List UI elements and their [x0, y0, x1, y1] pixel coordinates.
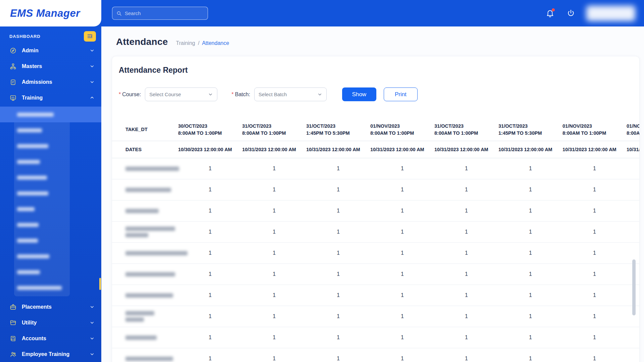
- training-submenu-item[interactable]: [14, 280, 70, 296]
- sidebar-collapse-button[interactable]: [84, 31, 96, 42]
- attendance-value: 1: [178, 166, 242, 172]
- attendance-value: 1: [434, 208, 498, 214]
- attendance-value: 1: [434, 271, 498, 277]
- training-submenu-item[interactable]: [14, 201, 70, 217]
- redacted-text: [125, 233, 148, 237]
- sidebar-item-employee-training[interactable]: Employee Training: [0, 346, 101, 362]
- sidebar-item-label: Masters: [22, 63, 42, 69]
- table-scrollbar[interactable]: [632, 259, 636, 315]
- attendance-value: 1: [370, 208, 434, 214]
- redacted-label: [17, 254, 49, 258]
- session-date-cell: 10/31/2023 12:00:00 AM: [562, 147, 627, 152]
- table-body: 1111111111111111111111111111111111111111…: [112, 158, 639, 362]
- print-button[interactable]: Print: [384, 87, 418, 101]
- attendance-row: 1111111: [112, 306, 639, 327]
- redacted-label: [17, 286, 62, 290]
- sidebar-item-masters[interactable]: Masters: [0, 58, 101, 74]
- notifications-button[interactable]: [545, 8, 555, 19]
- attendance-value: 1: [242, 166, 306, 172]
- training-submenu-item[interactable]: [14, 248, 70, 264]
- course-select[interactable]: Select Course: [145, 87, 217, 101]
- attendance-value: 1: [178, 250, 242, 256]
- attendance-value: 1: [306, 335, 370, 341]
- sidebar-item-label: Placements: [22, 304, 52, 310]
- briefcase-icon: [9, 303, 17, 311]
- attendance-value: 1: [242, 208, 306, 214]
- session-column-header: 31/OCT/20238:00AM TO 1:00PM: [242, 123, 306, 137]
- report-title: Attendance Report: [112, 66, 639, 75]
- search-box[interactable]: [112, 7, 208, 20]
- attendance-value: 1: [242, 292, 306, 298]
- attendance-value: 1: [370, 292, 434, 298]
- session-date-cell: 10/31/2023 12:00:00 AM: [370, 147, 434, 152]
- session-date-cell: 10/30/2023 12:00:00 AM: [178, 147, 242, 152]
- sidebar-scroll-indicator[interactable]: [99, 278, 101, 290]
- sidebar-header: DASHBOARD: [0, 26, 101, 43]
- attendance-value: 1: [498, 250, 562, 256]
- course-select-value: Select Course: [149, 92, 181, 97]
- attendance-value: 1: [562, 313, 627, 319]
- sidebar-item-admin[interactable]: Admin: [0, 43, 101, 58]
- attendance-value: 1: [178, 229, 242, 235]
- sidebar-item-placements[interactable]: Placements: [0, 299, 101, 315]
- logout-button[interactable]: [566, 8, 576, 19]
- redacted-label: [17, 113, 54, 117]
- chevron-down-icon: [90, 79, 95, 84]
- attendance-value: 1: [370, 166, 434, 172]
- training-submenu-item[interactable]: [14, 264, 70, 280]
- course-label: * Course:: [119, 92, 141, 98]
- training-submenu-item[interactable]: [14, 122, 70, 138]
- breadcrumb-current[interactable]: Attendance: [202, 40, 229, 46]
- attendance-value: 1: [562, 208, 627, 214]
- user-name-redacted[interactable]: [586, 6, 635, 21]
- training-submenu-item[interactable]: [14, 185, 70, 201]
- attendance-table: TAKE_DT30/OCT/20238:00AM TO 1:00PM31/OCT…: [112, 119, 639, 362]
- attendance-row: 1111111: [112, 285, 639, 306]
- attendance-value: 1: [370, 356, 434, 362]
- attendance-row: 1111111: [112, 327, 639, 348]
- attendance-value: 1: [498, 187, 562, 193]
- attendance-report-card: Attendance Report * Course: Select Cours…: [112, 56, 640, 362]
- attendance-value: 1: [498, 335, 562, 341]
- attendance-value: 1: [562, 271, 627, 277]
- attendance-value: 1: [306, 356, 370, 362]
- session-column-header: 31/OCT/20238:00AM TO 1:00PM: [434, 123, 498, 137]
- attendance-value: 1: [562, 356, 627, 362]
- attendance-value: 1: [562, 187, 627, 193]
- attendance-value: 1: [434, 313, 498, 319]
- sidebar-item-training[interactable]: Training: [0, 90, 101, 106]
- attendance-value: 1: [562, 229, 627, 235]
- student-name-redacted: [112, 188, 178, 192]
- sidebar-item-label: Admin: [22, 48, 39, 54]
- training-submenu-item[interactable]: [14, 217, 70, 233]
- sidebar-nav: AdminMastersAdmissionsTrainingPlacements…: [0, 43, 101, 362]
- search-input[interactable]: [125, 10, 204, 16]
- attendance-value: 1: [242, 271, 306, 277]
- attendance-value: 1: [306, 313, 370, 319]
- training-submenu: [14, 107, 70, 296]
- attendance-row: 1111111: [112, 158, 639, 179]
- chevron-up-icon: [90, 95, 95, 100]
- sidebar-item-admissions[interactable]: Admissions: [0, 74, 101, 90]
- training-submenu-item[interactable]: [14, 154, 70, 170]
- redacted-text: [125, 188, 171, 192]
- attendance-value: 1: [178, 356, 242, 362]
- session-date-cell: 10/31/2023 12:00:00 AM: [627, 147, 639, 152]
- training-submenu-item[interactable]: [14, 233, 70, 248]
- show-button[interactable]: Show: [342, 87, 376, 101]
- sidebar-item-utility[interactable]: Utility: [0, 315, 101, 330]
- folder-icon: [9, 319, 17, 326]
- sidebar-item-accounts[interactable]: Accounts: [0, 330, 101, 346]
- training-submenu-item[interactable]: [14, 138, 70, 154]
- attendance-value: 1: [562, 335, 627, 341]
- batch-select[interactable]: Select Batch: [254, 87, 327, 101]
- sidebar: DASHBOARD AdminMastersAdmissionsTraining…: [0, 26, 101, 362]
- student-name-redacted: [112, 227, 178, 237]
- student-name-redacted: [112, 357, 178, 361]
- header-actions: [545, 6, 644, 21]
- app-logo: EMS Manager: [0, 0, 101, 26]
- training-submenu-item[interactable]: [0, 107, 101, 122]
- training-submenu-item[interactable]: [14, 170, 70, 185]
- table-header-row: TAKE_DT30/OCT/20238:00AM TO 1:00PM31/OCT…: [112, 119, 639, 141]
- redacted-text: [125, 251, 187, 255]
